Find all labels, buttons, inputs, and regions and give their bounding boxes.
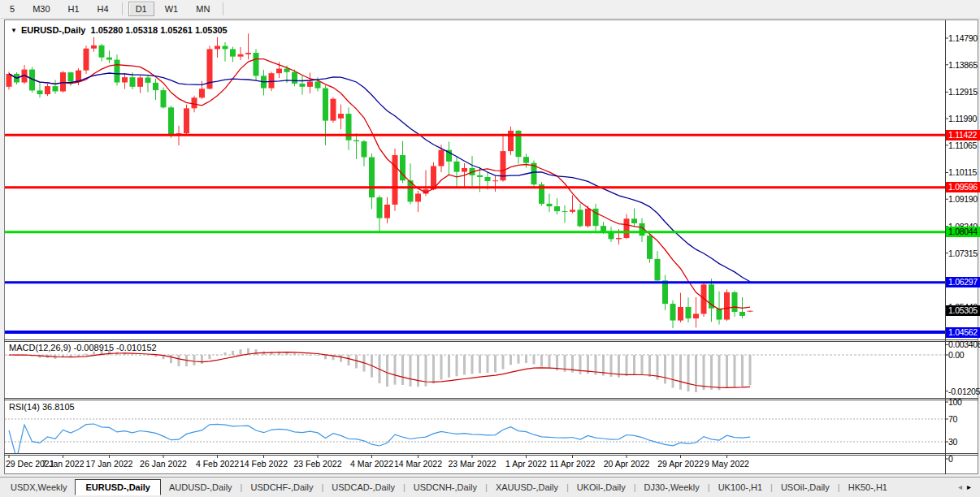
chart-symbol-label: EURUSD-,Daily xyxy=(21,25,85,35)
tab-dj30-weekly[interactable]: DJ30-,Weekly xyxy=(636,480,708,495)
date-axis-tick: 26 Jan 2022 xyxy=(140,459,187,469)
chart-window[interactable] xyxy=(4,19,978,474)
date-axis-tick: 7 Jan 2022 xyxy=(42,459,85,469)
chart-ohlc-values: 1.05280 1.05318 1.05261 1.05305 xyxy=(91,25,228,35)
mt4-application: { "toolbar": { "timeframes": [ {"label":… xyxy=(0,0,980,497)
tab-hk50-h1[interactable]: HK50-,H1 xyxy=(840,480,895,495)
price-axis-tick: 1.12915 xyxy=(948,87,980,97)
date-axis-tick: 20 Apr 2022 xyxy=(604,459,650,469)
date-axis-tick: 23 Feb 2022 xyxy=(294,459,342,469)
tab-usdcnh-daily[interactable]: USDCNH-,Daily xyxy=(405,480,485,495)
timeframe-button-mn[interactable]: MN xyxy=(189,2,217,16)
date-axis-tick: 23 Mar 2022 xyxy=(449,459,497,469)
price-axis-tick: 1.14790 xyxy=(948,33,980,43)
timeframe-button-h1[interactable]: H1 xyxy=(61,2,87,16)
current-price-badge: 1.05305 xyxy=(946,305,980,316)
tab-audusd-daily[interactable]: AUDUSD-,Daily xyxy=(161,480,241,495)
tab-usdchf-daily[interactable]: USDCHF-,Daily xyxy=(242,480,321,495)
toolbar-separator xyxy=(223,2,223,15)
timeframe-button-5[interactable]: 5 xyxy=(2,2,22,16)
level-price-badge: 1.04562 xyxy=(946,327,980,338)
timeframe-toolbar: 5M30H1H4D1W1MN xyxy=(0,0,980,19)
rsi-axis-tick: 30 xyxy=(948,437,980,447)
price-axis-tick: 1.07315 xyxy=(948,248,980,258)
date-axis-tick: 9 May 2022 xyxy=(705,459,749,469)
tab-ukoil-daily[interactable]: UKOil-,Daily xyxy=(569,480,634,495)
tab-scrollbar: ◂ ▸ xyxy=(956,483,971,491)
level-price-badge: 1.11422 xyxy=(946,130,980,140)
level-price-badge: 1.06297 xyxy=(946,277,980,287)
tab-xauusd-daily[interactable]: XAUUSD-,Daily xyxy=(488,480,566,495)
timeframe-button-w1[interactable]: W1 xyxy=(158,2,186,16)
rsi-axis-tick: 100 xyxy=(948,397,980,407)
timeframe-button-d1[interactable]: D1 xyxy=(128,2,154,16)
timeframe-button-h4[interactable]: H4 xyxy=(90,2,116,16)
price-axis-tick: 1.11990 xyxy=(948,114,980,123)
tab-scroll-left-icon[interactable]: ◂ xyxy=(958,483,962,491)
date-axis-tick: 1 Apr 2022 xyxy=(505,459,547,469)
date-axis-tick: 14 Mar 2022 xyxy=(394,459,442,469)
tab-scroll-right-icon[interactable]: ▸ xyxy=(967,483,971,491)
tab-eurusd-daily[interactable]: EURUSD-,Daily xyxy=(75,479,160,495)
chart-title: ▼EURUSD-,Daily 1.05280 1.05318 1.05261 1… xyxy=(11,25,228,35)
tab-uk100-h1[interactable]: UK100-,H1 xyxy=(710,480,770,495)
price-axis-tick: 1.13865 xyxy=(948,60,980,70)
macd-axis-tick: -0.01205 xyxy=(948,387,980,396)
date-axis-tick: 4 Mar 2022 xyxy=(350,459,393,469)
macd-axis-tick: 0.003408 xyxy=(948,339,980,349)
date-axis-tick: 17 Jan 2022 xyxy=(86,459,133,469)
tab-usoil-daily[interactable]: USOil-,Daily xyxy=(773,480,838,495)
chart-dropdown-icon[interactable]: ▼ xyxy=(11,27,17,34)
date-axis-tick: 4 Feb 2022 xyxy=(196,459,239,469)
rsi-axis-tick: 0 xyxy=(948,454,980,464)
level-price-badge: 1.08044 xyxy=(946,227,980,237)
date-axis-tick: 11 Apr 2022 xyxy=(550,459,596,469)
macd-axis-tick: 0.00 xyxy=(948,350,980,360)
price-axis-tick: 1.09190 xyxy=(948,194,980,204)
level-price-badge: 1.09596 xyxy=(946,182,980,192)
date-axis-tick: 29 Apr 2022 xyxy=(657,459,704,469)
price-axis-tick: 1.10115 xyxy=(948,167,980,177)
timeframe-button-m30[interactable]: M30 xyxy=(25,2,57,16)
price-axis-tick: 1.11065 xyxy=(948,140,980,150)
date-axis-tick: 14 Feb 2022 xyxy=(240,459,288,469)
toolbar-separator xyxy=(122,2,123,15)
tab-usdx-weekly[interactable]: USDX,Weekly xyxy=(2,480,75,495)
symbol-tabbar: USDX,WeeklyEURUSD-,DailyAUDUSD-,Daily|US… xyxy=(0,477,980,497)
symbol-tabs: USDX,WeeklyEURUSD-,DailyAUDUSD-,Daily|US… xyxy=(0,478,956,497)
rsi-axis-tick: 70 xyxy=(948,414,980,424)
tab-usdcad-daily[interactable]: USDCAD-,Daily xyxy=(323,480,403,495)
macd-panel-label: MACD(12,26,9) -0.008915 -0.010152 xyxy=(9,343,157,352)
rsi-panel-label: RSI(14) 36.8105 xyxy=(9,402,75,412)
